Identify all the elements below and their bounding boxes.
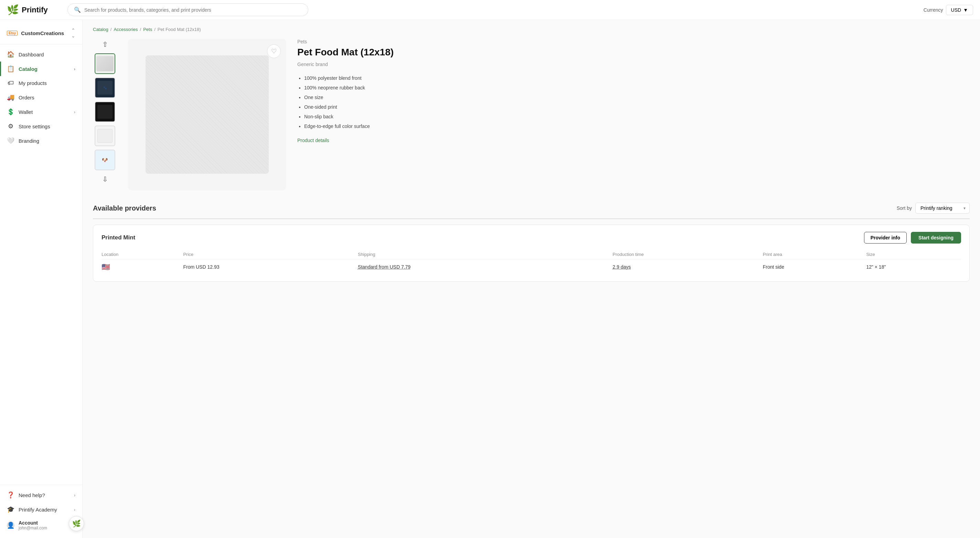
feature-6: Edge-to-edge full color surface — [304, 121, 970, 131]
currency-label: Currency — [924, 7, 943, 13]
provider-table-row: 🇺🇸 From USD 12.93 Standard from USD 7.79… — [102, 259, 961, 275]
sidebar-item-printify-academy[interactable]: 🎓 Printify Academy › — [0, 502, 82, 517]
heart-nav-icon: 🤍 — [7, 137, 14, 144]
academy-chevron-icon: › — [74, 507, 75, 512]
sort-select[interactable]: Printify ranking Price: Low to High Pric… — [915, 203, 970, 214]
store-name: CustomCreations — [21, 30, 68, 36]
wallet-icon: 💲 — [7, 108, 14, 116]
thumbnail-4[interactable] — [95, 125, 115, 146]
provider-name: Printed Mint — [102, 234, 135, 241]
feature-4: One-sided print — [304, 102, 970, 112]
logo-area: 🌿 Printify — [7, 4, 62, 16]
gear-icon: ⚙ — [7, 122, 14, 130]
production-time-value: 2.9 days — [612, 264, 631, 270]
layout: Etsy CustomCreations ⌃⌄ 🏠 Dashboard 📋 Ca… — [0, 20, 980, 538]
breadcrumb-pets[interactable]: Pets — [143, 27, 152, 32]
col-header-production: Production time — [612, 250, 762, 259]
product-title: Pet Food Mat (12x18) — [297, 46, 970, 58]
breadcrumb-accessories[interactable]: Accessories — [113, 27, 138, 32]
breadcrumb-sep-3: / — [154, 27, 156, 32]
search-bar: 🔍 — [67, 3, 308, 16]
col-header-price: Price — [183, 250, 358, 259]
catalog-chevron-icon: › — [74, 67, 75, 71]
store-etsy-badge: Etsy — [7, 31, 18, 36]
floating-leaf-icon: 🌿 — [72, 519, 81, 528]
nav-label-orders: Orders — [19, 95, 34, 100]
providers-title: Available providers — [93, 204, 156, 212]
provider-location: 🇺🇸 — [102, 259, 183, 275]
feature-3: One size — [304, 92, 970, 102]
logo-text: Printify — [22, 5, 48, 14]
provider-info-button[interactable]: Provider info — [864, 232, 907, 244]
breadcrumb: Catalog / Accessories / Pets / Pet Food … — [93, 27, 970, 32]
nav-label-dashboard: Dashboard — [19, 52, 44, 57]
wishlist-button[interactable]: ♡ — [267, 44, 281, 58]
nav-label-need-help: Need help? — [19, 492, 45, 498]
product-image-preview — [146, 56, 269, 173]
thumb-up-button[interactable]: ⇧ — [101, 39, 110, 50]
account-icon: 👤 — [7, 522, 14, 529]
sidebar-item-need-help[interactable]: ❓ Need help? › — [0, 488, 82, 502]
sidebar-item-catalog[interactable]: 📋 Catalog › — [0, 62, 82, 76]
truck-icon: 🚚 — [7, 94, 14, 101]
sidebar-item-store-settings[interactable]: ⚙ Store settings — [0, 119, 82, 133]
breadcrumb-sep-1: / — [110, 27, 112, 32]
sidebar-item-branding[interactable]: 🤍 Branding — [0, 133, 82, 148]
product-details-link[interactable]: Product details — [297, 138, 329, 143]
breadcrumb-current: Pet Food Mat (12x18) — [158, 27, 201, 32]
product-main-image: ♡ — [128, 39, 286, 190]
provider-shipping: Standard from USD 7.79 — [358, 259, 613, 275]
main-content: Catalog / Accessories / Pets / Pet Food … — [83, 20, 980, 538]
sort-label: Sort by — [897, 205, 912, 211]
currency-button[interactable]: USD ▼ — [946, 5, 973, 15]
account-email: john@mail.com — [19, 525, 70, 530]
sidebar-item-orders[interactable]: 🚚 Orders — [0, 90, 82, 105]
sort-select-wrap: Printify ranking Price: Low to High Pric… — [915, 203, 970, 214]
nav-label-catalog: Catalog — [19, 66, 38, 72]
help-chevron-icon: › — [74, 493, 75, 498]
provider-action-buttons: Provider info Start designing — [864, 232, 961, 244]
thumbnail-5[interactable]: 🐶 — [95, 150, 115, 170]
provider-card-printed-mint: Printed Mint Provider info Start designi… — [93, 225, 970, 282]
nav-label-academy: Printify Academy — [19, 507, 57, 513]
breadcrumb-sep-2: / — [140, 27, 142, 32]
nav-label-branding: Branding — [19, 138, 39, 144]
product-section: ⇧ 🐾 🐶 ⇩ — [93, 39, 970, 190]
thumbnail-2[interactable]: 🐾 — [95, 78, 115, 98]
sidebar: Etsy CustomCreations ⌃⌄ 🏠 Dashboard 📋 Ca… — [0, 20, 83, 538]
account-name: Account — [19, 520, 70, 525]
feature-1: 100% polyester blend front — [304, 73, 970, 83]
sidebar-item-my-products[interactable]: 🏷 My products — [0, 76, 82, 90]
shipping-value: Standard from USD 7.79 — [358, 264, 410, 270]
help-icon: ❓ — [7, 491, 14, 499]
currency-value: USD — [951, 7, 961, 13]
thumbnail-3[interactable] — [95, 102, 115, 122]
product-info-panel: Pets Pet Food Mat (12x18) Generic brand … — [297, 39, 970, 190]
store-selector[interactable]: Etsy CustomCreations ⌃⌄ — [0, 24, 82, 44]
tag-icon: 🏷 — [7, 79, 14, 87]
catalog-icon: 📋 — [7, 65, 14, 73]
floating-action-button[interactable]: 🌿 — [69, 516, 84, 531]
thumb-down-button[interactable]: ⇩ — [101, 174, 110, 185]
providers-header: Available providers Sort by Printify ran… — [93, 203, 970, 219]
provider-production-time: 2.9 days — [612, 259, 762, 275]
search-icon: 🔍 — [74, 6, 81, 13]
product-category: Pets — [297, 39, 970, 44]
nav-label-wallet: Wallet — [19, 109, 33, 115]
currency-chevron-icon: ▼ — [963, 7, 968, 13]
breadcrumb-catalog[interactable]: Catalog — [93, 27, 108, 32]
wallet-chevron-icon: › — [74, 110, 75, 114]
currency-area: Currency USD ▼ — [924, 5, 973, 15]
col-header-location: Location — [102, 250, 183, 259]
provider-print-area: Front side — [763, 259, 867, 275]
search-input[interactable] — [84, 7, 302, 13]
providers-section: Available providers Sort by Printify ran… — [93, 203, 970, 282]
feature-2: 100% neoprene rubber back — [304, 83, 970, 92]
nav-label-store-settings: Store settings — [19, 124, 50, 129]
sidebar-item-dashboard[interactable]: 🏠 Dashboard — [0, 47, 82, 62]
provider-price: From USD 12.93 — [183, 259, 358, 275]
sidebar-item-wallet[interactable]: 💲 Wallet › — [0, 105, 82, 119]
col-header-shipping: Shipping — [358, 250, 613, 259]
start-designing-button[interactable]: Start designing — [911, 232, 961, 244]
thumbnail-1[interactable] — [95, 53, 115, 74]
